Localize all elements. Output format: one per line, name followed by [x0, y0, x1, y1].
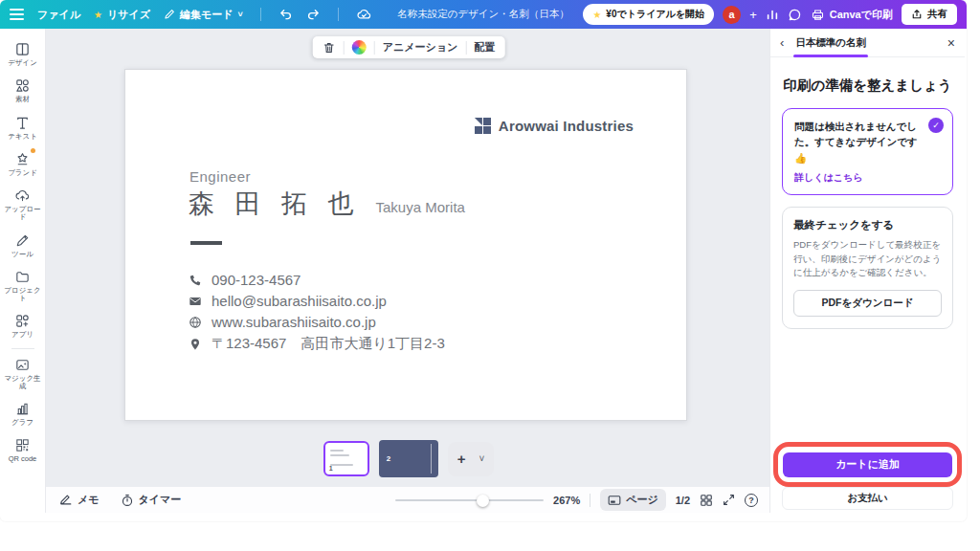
notes-icon [59, 494, 73, 507]
divider [465, 41, 466, 55]
divider [374, 41, 375, 55]
canva-app-window: ファイル ★ リサイズ 編集モード ˅ 名称未設定のデザイン・ [0, 0, 967, 521]
divider [590, 494, 590, 507]
page-number: 1 [329, 465, 333, 472]
accent-rule [190, 241, 222, 245]
comment-icon[interactable] [788, 8, 802, 22]
sidebar-item-label: デザイン [8, 59, 37, 67]
page-view-icon [608, 495, 621, 506]
trash-icon[interactable] [323, 41, 336, 55]
sidebar-item-label: グラフ [11, 419, 33, 427]
color-picker-icon[interactable] [352, 40, 367, 55]
panel-header: ‹ 日本標準の名刺 × [770, 29, 965, 57]
hamburger-menu-icon[interactable] [10, 9, 24, 20]
details-link[interactable]: 詳しくはこちら [794, 171, 927, 185]
folder-icon [14, 269, 31, 285]
payment-button[interactable]: お支払い [782, 487, 953, 510]
status-bar: メモ タイマー 267% ページ 1/2 ? [46, 487, 771, 513]
printer-icon [811, 8, 825, 22]
sidebar-item-text[interactable]: テキスト [2, 111, 44, 145]
name-romaji: Takuya Morita [376, 199, 465, 215]
divider [260, 8, 261, 21]
resize-menu[interactable]: ★ リサイズ [94, 8, 150, 22]
top-menubar: ファイル ★ リサイズ 編集モード ˅ 名称未設定のデザイン・ [0, 0, 967, 29]
notes-button[interactable]: メモ [59, 493, 100, 507]
zoom-slider[interactable] [395, 494, 544, 507]
sidebar-item-uploads[interactable]: アップロード [2, 184, 44, 227]
sidebar-item-projects[interactable]: プロジェクト [2, 265, 44, 308]
final-check-card: 最終チェックをする PDFをダウンロードして最終校正を行い、印刷後にデザインがど… [782, 207, 953, 329]
timer-button[interactable]: タイマー [121, 493, 182, 507]
add-to-cart-button[interactable]: カートに追加 [783, 452, 952, 477]
zoom-level[interactable]: 267% [553, 495, 580, 506]
grid-view-icon[interactable] [700, 494, 713, 507]
tab-japan-standard-card[interactable]: 日本標準の名刺 [793, 29, 868, 57]
page-view-button[interactable]: ページ [600, 489, 666, 511]
add-member-icon[interactable]: + [749, 8, 757, 22]
phone-row: 090-123-4567 [189, 272, 445, 288]
redo-icon[interactable] [306, 8, 321, 22]
fullscreen-icon[interactable] [723, 494, 735, 506]
cloud-save-icon[interactable] [356, 7, 372, 23]
position-button[interactable]: 配置 [474, 40, 495, 55]
share-label: 共有 [927, 8, 947, 21]
sidebar-item-design[interactable]: デザイン [2, 37, 44, 72]
close-icon[interactable]: × [947, 35, 955, 51]
page-thumbnail-1[interactable]: 1 [323, 441, 369, 476]
download-pdf-button[interactable]: PDFをダウンロード [793, 290, 942, 317]
sidebar-item-elements[interactable]: 素材 [2, 74, 44, 108]
sidebar-item-label: アプリ [11, 331, 33, 339]
avatar[interactable]: a [723, 6, 741, 24]
undo-icon[interactable] [278, 8, 293, 22]
add-page-button[interactable]: + [457, 451, 466, 467]
globe-icon [189, 316, 202, 329]
contact-block[interactable]: 090-123-4567 hello@subarashiisaito.co.jp… [189, 272, 445, 353]
resize-label: リサイズ [107, 8, 150, 22]
charts-icon [14, 401, 31, 417]
help-button[interactable]: ? [745, 494, 758, 507]
share-button[interactable]: 共有 [902, 4, 957, 25]
canvas-context-toolbar: アニメーション 配置 [313, 36, 505, 58]
sidebar-item-qr-code[interactable]: QR code [2, 433, 44, 468]
thumbs-up-emoji: 👍 [794, 152, 807, 164]
design-icon [14, 41, 31, 57]
apps-grid-icon [14, 313, 31, 329]
zoom-slider-track [395, 499, 544, 502]
sidebar-item-brand[interactable]: ブランド [2, 147, 44, 182]
start-trial-button[interactable]: ★ ¥0でトライアルを開始 [583, 4, 714, 25]
zoom-slider-knob[interactable] [477, 495, 489, 507]
animation-button[interactable]: アニメーション [383, 40, 458, 55]
panel-heading: 印刷の準備を整えましょう [782, 77, 953, 95]
insights-chart-icon[interactable] [766, 8, 779, 21]
divider [344, 41, 345, 55]
job-title[interactable]: Engineer [189, 168, 251, 185]
chevron-down-icon: ˅ [238, 10, 243, 19]
company-name: Arowwai Industries [499, 118, 634, 134]
sidebar-item-magic-media[interactable]: マジック生成 [2, 353, 44, 396]
add-page-control: + ˅ [448, 442, 495, 476]
file-menu[interactable]: ファイル [37, 8, 80, 22]
sidebar-item-apps[interactable]: アプリ [2, 309, 44, 343]
mail-icon [189, 295, 202, 308]
panel-body: 印刷の準備を整えましょう ✓ 問題は検出されませんでした。すてきなデザインです👍… [770, 57, 965, 329]
sidebar-item-tools[interactable]: ツール [2, 229, 44, 263]
print-with-canva-button[interactable]: Canvaで印刷 [811, 8, 893, 22]
check-result-text: 問題は検出されませんでした。すてきなデザインです👍 [794, 119, 927, 165]
business-card-page[interactable]: Arowwai Industries Engineer 森 田 拓 也 Taku… [124, 69, 687, 421]
sidebar-item-label: ブランド [8, 169, 37, 177]
sidebar-item-label: テキスト [8, 133, 37, 141]
add-page-dropdown-icon[interactable]: ˅ [479, 453, 484, 464]
sidebar-item-charts[interactable]: グラフ [2, 397, 44, 431]
company-brand[interactable]: Arowwai Industries [475, 118, 634, 134]
address-row: 〒123-4567 高田市大通り1丁目2-3 [189, 335, 445, 353]
page-thumbnail-2[interactable]: 2 [379, 440, 438, 477]
name-row[interactable]: 森 田 拓 也 Takuya Morita [189, 187, 465, 221]
back-chevron-icon[interactable]: ‹ [780, 35, 784, 50]
sidebar-item-label: 素材 [15, 96, 30, 103]
sidebar-item-label: アップロード [2, 206, 44, 222]
upload-cloud-icon [14, 187, 31, 204]
edit-mode-menu[interactable]: 編集モード ˅ [164, 8, 243, 22]
print-prep-panel: ‹ 日本標準の名刺 × 印刷の準備を整えましょう ✓ 問題は検出されませんでした… [769, 29, 965, 513]
text-icon [14, 115, 31, 131]
brand-kit-icon [14, 151, 31, 167]
